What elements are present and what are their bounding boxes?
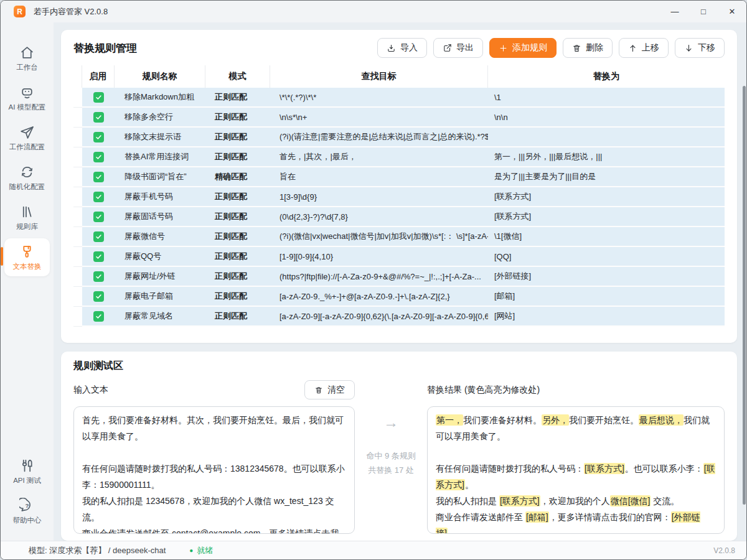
- enabled-checkbox[interactable]: [93, 92, 104, 103]
- highlight-segment: 另外，: [542, 414, 569, 426]
- sidebar-item-label: 规则库: [16, 223, 38, 231]
- vertical-scrollbar[interactable]: [743, 86, 746, 505]
- trash-icon: [314, 386, 323, 394]
- rule-name-cell: 屏蔽电子邮箱: [115, 287, 205, 307]
- table-row[interactable]: 降级书面词“旨在”精确匹配旨在是为了|||主要是为了|||目的是: [73, 167, 725, 187]
- rule-find-cell: \*\*(.*?)\*\*: [270, 88, 488, 108]
- table-row[interactable]: 移除Markdown加粗正则匹配\*\*(.*?)\*\*\1: [73, 88, 725, 108]
- input-label: 输入文本: [73, 385, 108, 396]
- sidebar-item-refresh[interactable]: 随机化配置: [4, 159, 50, 197]
- plus-button[interactable]: 添加规则: [489, 38, 557, 58]
- rule-name-cell: 屏蔽常见域名: [115, 307, 205, 327]
- ready-dot-icon: ●: [189, 547, 193, 554]
- sidebar-item-label: API 测试: [13, 477, 41, 485]
- export-button[interactable]: 导出: [433, 38, 483, 58]
- row-gutter: [73, 307, 82, 327]
- text-segment: ，更多详情请点击我们的官网：: [549, 512, 671, 522]
- plus-icon: [499, 44, 508, 53]
- enable-cell: [82, 167, 115, 187]
- table-row[interactable]: 移除文末提示语正则匹配(?i)(请注意|需要注意的是|总结来说|总而言之|总的来…: [73, 128, 725, 147]
- import-button[interactable]: 导入: [377, 38, 427, 58]
- table-header-row: 启用 规则名称 模式 查找目标 替换为: [73, 65, 725, 88]
- enabled-checkbox[interactable]: [93, 152, 104, 162]
- refresh-icon: [19, 164, 35, 180]
- svg-text:?: ?: [25, 502, 29, 509]
- enabled-checkbox[interactable]: [93, 271, 104, 282]
- table-row[interactable]: 屏蔽微信号正则匹配(?i)(微信|vx|wechat|微信号|加v|加我v|加微…: [73, 227, 725, 247]
- rule-mode-cell: 正则匹配: [205, 287, 270, 307]
- enabled-checkbox[interactable]: [93, 291, 104, 302]
- maximize-button[interactable]: □: [689, 1, 718, 22]
- row-gutter: [73, 88, 82, 108]
- enabled-checkbox[interactable]: [93, 192, 104, 202]
- enabled-checkbox[interactable]: [93, 231, 104, 242]
- test-row: 输入文本 清空 首先，我们要准备好材料。其次，我们要开始烹饪。最后，我们就可以享…: [73, 379, 725, 534]
- sidebar-item-help[interactable]: ?帮助中心: [4, 492, 50, 530]
- table-header-mode: 模式: [205, 65, 270, 88]
- rule-find-cell: (?i)(微信|vx|wechat|微信号|加v|加我v|加微)\s*[:： \…: [270, 227, 488, 247]
- rule-find-cell: 1[3-9]\d{9}: [270, 187, 488, 207]
- text-segment: 我们要准备好材料。: [463, 415, 542, 425]
- table-row[interactable]: 移除多余空行正则匹配\n\s*\n+\n\n: [73, 108, 725, 128]
- sidebar-item-label: 文本替换: [13, 263, 42, 271]
- enabled-checkbox[interactable]: [93, 132, 104, 142]
- rule-find-cell: (0\d{2,3}-?)?\d{7,8}: [270, 207, 488, 227]
- rule-mode-cell: 精确匹配: [205, 167, 270, 187]
- enable-cell: [82, 287, 115, 307]
- table-row[interactable]: 屏蔽QQ号正则匹配[1-9][0-9]{4,10}[QQ]: [73, 247, 725, 267]
- enabled-checkbox[interactable]: [93, 172, 104, 182]
- enabled-checkbox[interactable]: [93, 311, 104, 322]
- table-row[interactable]: 替换AI常用连接词正则匹配首先，|其次，|最后，第一，|||另外，|||最后想说…: [73, 147, 725, 167]
- sidebar-top-items: 工作台AI 模型配置工作流配置随机化配置规则库文本替换: [1, 37, 54, 278]
- sidebar-item-home[interactable]: 工作台: [4, 39, 50, 77]
- rule-replace-cell: [网站]: [488, 307, 725, 327]
- enable-cell: [82, 108, 115, 128]
- result-label-row: 替换结果 (黄色高亮为修改处): [427, 379, 725, 401]
- trash-button[interactable]: 删除: [563, 38, 613, 58]
- close-button[interactable]: ✕: [718, 1, 746, 22]
- rule-find-cell: (https?|ftp|file)://[-A-Za-z0-9+&@#/%?=~…: [270, 267, 488, 287]
- enabled-checkbox[interactable]: [93, 112, 104, 123]
- clear-button[interactable]: 清空: [304, 380, 355, 399]
- row-gutter: [73, 267, 82, 287]
- text-segment: 我们要开始烹饪。: [569, 415, 639, 425]
- rule-replace-cell: [QQ]: [488, 247, 725, 267]
- sidebar-item-library[interactable]: 规则库: [4, 198, 50, 236]
- sidebar-item-robot[interactable]: AI 模型配置: [4, 79, 50, 117]
- window-controls: — □ ✕: [660, 1, 746, 22]
- middle-column: → 命中 9 条规则 共替换 17 处: [355, 379, 427, 534]
- rule-mode-cell: 正则匹配: [205, 88, 270, 108]
- row-gutter: [73, 247, 82, 267]
- rule-replace-cell: 第一，|||另外，|||最后想说，|||: [488, 147, 725, 167]
- enable-cell: [82, 88, 115, 108]
- test-area-title: 规则测试区: [73, 360, 725, 373]
- tools-icon: [19, 458, 35, 474]
- row-gutter: [73, 187, 82, 207]
- table-header-name: 规则名称: [115, 65, 205, 88]
- highlight-segment: [联系方式]: [499, 495, 540, 506]
- rule-name-cell: 屏蔽微信号: [115, 227, 205, 247]
- text-segment: 。也可以联系小李：: [625, 464, 703, 474]
- body-row: 工作台AI 模型配置工作流配置随机化配置规则库文本替换 API 测试?帮助中心 …: [1, 22, 746, 541]
- arrow-down-button[interactable]: 下移: [675, 38, 725, 58]
- result-box: 第一，我们要准备好材料。另外，我们要开始烹饪。最后想说，我们就可以享用美食了。 …: [427, 406, 725, 534]
- enabled-checkbox[interactable]: [93, 212, 104, 222]
- sidebar-item-tools[interactable]: API 测试: [4, 452, 50, 490]
- table-row[interactable]: 屏蔽常见域名正则匹配[a-zA-Z0-9][-a-zA-Z0-9]{0,62}(…: [73, 307, 725, 327]
- table-row[interactable]: 屏蔽电子邮箱正则匹配[a-zA-Z0-9._%+-]+@[a-zA-Z0-9.-…: [73, 287, 725, 307]
- table-row[interactable]: 屏蔽网址/外链正则匹配(https?|ftp|file)://[-A-Za-z0…: [73, 267, 725, 287]
- page-title: 替换规则管理: [73, 41, 137, 55]
- row-gutter: [73, 147, 82, 167]
- highlight-segment: 微信[微信]: [610, 495, 651, 506]
- sidebar-item-send[interactable]: 工作流配置: [4, 119, 50, 157]
- minimize-button[interactable]: —: [660, 1, 689, 22]
- table-row[interactable]: 屏蔽手机号码正则匹配1[3-9]\d{9}[联系方式]: [73, 187, 725, 207]
- input-column: 输入文本 清空 首先，我们要准备好材料。其次，我们要开始烹饪。最后，我们就可以享…: [73, 379, 355, 534]
- table-row[interactable]: 屏蔽固话号码正则匹配(0\d{2,3}-?)?\d{7,8}[联系方式]: [73, 207, 725, 227]
- input-textarea[interactable]: 首先，我们要准备好材料。其次，我们要开始烹饪。最后，我们就可以享用美食了。 有任…: [73, 406, 355, 534]
- rule-name-cell: 移除多余空行: [115, 108, 205, 128]
- arrow-up-button[interactable]: 上移: [619, 38, 669, 58]
- sidebar-item-brush[interactable]: 文本替换: [4, 238, 50, 276]
- enabled-checkbox[interactable]: [93, 251, 104, 262]
- robot-icon: [19, 85, 35, 100]
